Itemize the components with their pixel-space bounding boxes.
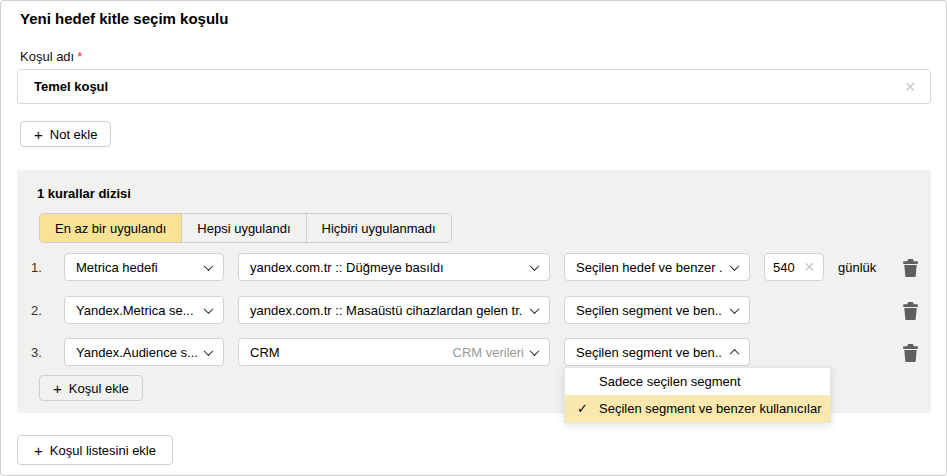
rule-row: 1. Metrica hedefi yandex.com.tr :: Düğme… [17, 253, 931, 281]
condition-name-label: Koşul adı* [20, 49, 82, 64]
menu-item-segment-and-similar[interactable]: ✓ Seçilen segment ve benzer kullanıcılar [565, 395, 830, 422]
trash-icon[interactable] [902, 343, 920, 362]
value-hint-label: CRM verileri [453, 345, 525, 360]
plus-icon: + [53, 381, 62, 396]
rule-value-dropdown[interactable]: CRM CRM verileri [238, 338, 550, 366]
chevron-down-icon [730, 304, 740, 314]
rule-value-dropdown[interactable]: yandex.com.tr :: Düğmeye basıldı [238, 253, 550, 281]
rule-index: 2. [31, 303, 51, 318]
rule-value-dropdown[interactable]: yandex.com.tr :: Masaüstü cihazlardan ge… [238, 296, 550, 324]
add-condition-list-button[interactable]: + Koşul listesini ekle [17, 435, 173, 465]
chevron-down-icon [204, 346, 214, 356]
trash-icon[interactable] [902, 258, 920, 277]
scope-dropdown-menu: Sadece seçilen segment ✓ Seçilen segment… [564, 367, 831, 423]
chevron-up-icon [730, 348, 740, 358]
chevron-down-icon [530, 346, 540, 356]
tab-none-applied[interactable]: Hiçbiri uygulanmadı [306, 214, 451, 242]
rule-scope-dropdown[interactable]: Seçilen segment ve ben... [564, 296, 750, 324]
rule-scope-dropdown[interactable]: Seçilen hedef ve benzer ... [564, 253, 750, 281]
days-input[interactable]: 540 [773, 260, 795, 275]
clear-icon[interactable]: ✕ [904, 80, 916, 94]
rule-scope-dropdown-open[interactable]: Seçilen segment ve ben... [564, 338, 750, 366]
check-icon: ✓ [577, 401, 599, 416]
rule-row: 2. Yandex.Metrica se... yandex.com.tr ::… [17, 296, 931, 324]
rules-panel-title: 1 kurallar dizisi [37, 186, 131, 201]
menu-item-only-selected-segment[interactable]: Sadece seçilen segment [565, 368, 830, 395]
page-title: Yeni hedef kitle seçim koşulu [20, 10, 228, 27]
trash-icon[interactable] [902, 301, 920, 320]
clear-icon[interactable]: ✕ [803, 260, 815, 274]
chevron-down-icon [530, 304, 540, 314]
rule-index: 3. [31, 345, 51, 360]
rule-row: 3. Yandex.Audience s... CRM CRM verileri… [17, 338, 931, 366]
rule-type-dropdown[interactable]: Yandex.Metrica se... [64, 296, 224, 324]
chevron-down-icon [730, 261, 740, 271]
plus-icon: + [34, 127, 43, 142]
add-note-label: Not ekle [50, 127, 98, 142]
chevron-down-icon [204, 304, 214, 314]
chevron-down-icon [204, 261, 214, 271]
chevron-down-icon [530, 261, 540, 271]
required-asterisk: * [77, 49, 82, 64]
condition-name-input[interactable] [34, 79, 894, 94]
tab-at-least-one[interactable]: En az bir uygulandı [40, 214, 181, 242]
rule-index: 1. [31, 260, 51, 275]
plus-icon: + [34, 443, 43, 458]
condition-name-field[interactable]: ✕ [17, 69, 931, 104]
add-rule-label: Koşul ekle [69, 381, 129, 396]
add-note-button[interactable]: + Not ekle [20, 121, 111, 147]
match-mode-tabs: En az bir uygulandı Hepsi uygulandı Hiçb… [39, 213, 452, 243]
add-rule-button[interactable]: + Koşul ekle [39, 375, 143, 401]
rule-type-dropdown[interactable]: Yandex.Audience s... [64, 338, 224, 366]
new-audience-condition-dialog: Yeni hedef kitle seçim koşulu Koşul adı*… [0, 0, 947, 476]
days-unit-label: günlük [838, 260, 876, 275]
add-condition-list-label: Koşul listesini ekle [50, 443, 156, 458]
days-field[interactable]: 540 ✕ [764, 253, 824, 281]
tab-all-applied[interactable]: Hepsi uygulandı [181, 214, 305, 242]
rule-type-dropdown[interactable]: Metrica hedefi [64, 253, 224, 281]
